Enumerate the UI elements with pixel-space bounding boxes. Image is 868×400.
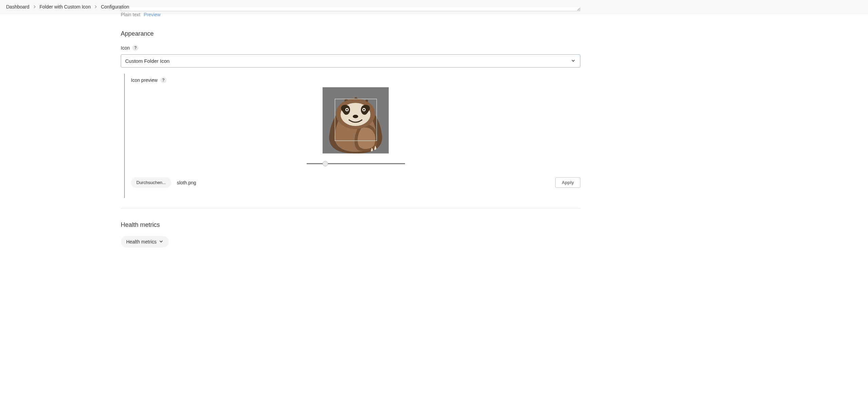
help-icon[interactable]: ? (160, 77, 167, 83)
slider-thumb[interactable] (323, 161, 328, 166)
breadcrumb-item-configuration: Configuration (101, 4, 129, 10)
icon-label: Icon (121, 45, 130, 51)
icon-preview-label-row: Icon preview ? (131, 77, 580, 83)
uploaded-file-name: sloth.png (177, 180, 196, 185)
icon-label-row: Icon ? (121, 45, 580, 51)
crop-frame[interactable] (335, 99, 377, 141)
icon-select-wrap: Custom Folder Icon (121, 54, 580, 68)
description-textarea[interactable] (121, 7, 580, 11)
icon-preview-canvas[interactable] (323, 87, 389, 153)
chevron-right-icon (94, 4, 97, 10)
section-divider (121, 208, 580, 208)
description-field-partial: Plain text Preview (121, 7, 580, 17)
tab-plain-text[interactable]: Plain text (121, 12, 140, 17)
main-content: Plain text Preview Appearance Icon ? Cus… (121, 7, 587, 268)
section-title-appearance: Appearance (121, 30, 580, 37)
description-tabs: Plain text Preview (121, 12, 580, 17)
browse-button[interactable]: Durchsuchen... (131, 177, 171, 188)
breadcrumb-item-dashboard[interactable]: Dashboard (6, 4, 30, 10)
icon-form-row: Icon ? Custom Folder Icon (121, 45, 580, 68)
health-metrics-button-label: Health metrics (126, 239, 156, 244)
icon-preview-block: Icon preview ? (124, 74, 580, 198)
icon-select[interactable]: Custom Folder Icon (121, 54, 580, 68)
help-icon[interactable]: ? (132, 45, 138, 51)
health-metrics-button[interactable]: Health metrics (121, 236, 169, 248)
chevron-right-icon (33, 4, 36, 10)
icon-preview-label: Icon preview (131, 77, 158, 83)
file-left: Durchsuchen... sloth.png (131, 177, 196, 188)
tab-preview[interactable]: Preview (144, 12, 161, 17)
zoom-slider[interactable] (307, 160, 405, 167)
slider-track (307, 163, 405, 164)
section-title-health: Health metrics (121, 221, 580, 229)
chevron-down-icon (159, 239, 163, 244)
file-upload-row: Durchsuchen... sloth.png Apply (131, 177, 580, 188)
apply-button[interactable]: Apply (555, 177, 580, 188)
breadcrumb-item-folder[interactable]: Folder with Custom Icon (40, 4, 91, 10)
